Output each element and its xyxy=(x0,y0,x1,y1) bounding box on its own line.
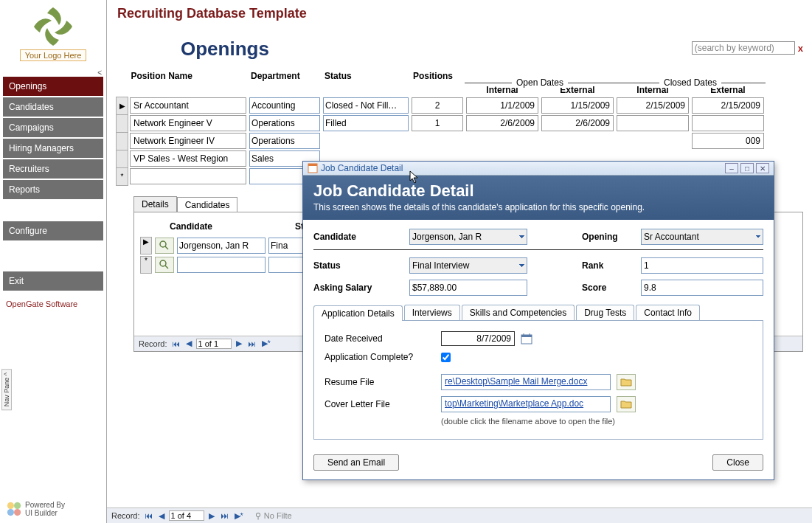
resume-file-link[interactable]: re\Desktop\Sample Mail Merge.docx xyxy=(441,374,611,390)
grid-row[interactable]: Operations Filled xyxy=(117,114,766,132)
nav-openings[interactable]: Openings xyxy=(3,77,103,96)
nav-prev-icon[interactable]: ◀ xyxy=(184,339,193,348)
candidate-status-select[interactable] xyxy=(268,257,305,273)
candidate-select[interactable]: Jorgenson, Jan R xyxy=(177,238,266,254)
opening-select[interactable]: Sr Accountant xyxy=(641,229,763,245)
nav-last-icon[interactable]: ⏭ xyxy=(219,511,230,520)
nav-next-icon[interactable]: ▶ xyxy=(235,339,243,348)
tab-skills[interactable]: Skills and Competencies xyxy=(462,305,575,320)
rank-input[interactable] xyxy=(641,257,763,274)
asking-salary-input[interactable] xyxy=(409,280,527,296)
nav-first-icon[interactable]: ⏮ xyxy=(170,339,181,348)
new-row-icon[interactable]: * xyxy=(140,256,152,274)
nav-recruiters[interactable]: Recruiters xyxy=(3,159,103,179)
opengate-link[interactable]: OpenGate Software xyxy=(0,291,106,317)
svg-line-7 xyxy=(165,266,168,269)
nav-campaigns[interactable]: Campaigns xyxy=(3,118,103,137)
closed-external-input[interactable] xyxy=(692,97,764,114)
nav-pane-toggle[interactable]: Nav Pane ^ xyxy=(1,369,12,410)
new-row-icon[interactable]: * xyxy=(117,167,128,185)
position-input[interactable] xyxy=(130,97,246,114)
nav-new-icon[interactable]: ▶* xyxy=(233,511,245,521)
score-input[interactable] xyxy=(641,280,763,296)
row-selector-icon[interactable] xyxy=(117,150,128,167)
tab-application-details[interactable]: Application Details xyxy=(313,305,403,321)
positions-input[interactable] xyxy=(412,97,463,114)
lbl-status: Status xyxy=(313,260,395,271)
maximize-icon[interactable]: □ xyxy=(740,163,754,173)
subtab-details[interactable]: Details xyxy=(133,196,177,212)
nav-new-icon[interactable]: ▶* xyxy=(260,339,272,348)
status-select[interactable]: Filled xyxy=(323,115,409,131)
nav-configure[interactable]: Configure xyxy=(3,221,103,240)
search-input[interactable] xyxy=(692,41,795,55)
lbl-candidate: Candidate xyxy=(313,232,395,242)
send-email-button[interactable]: Send an Email xyxy=(313,454,399,471)
status-select[interactable]: Closed - Not Fill… xyxy=(323,97,409,114)
nav-exit[interactable]: Exit xyxy=(3,271,103,291)
row-selector-icon[interactable] xyxy=(117,132,128,150)
col-positions: Positions xyxy=(410,69,465,83)
nav-candidates[interactable]: Candidates xyxy=(3,97,103,117)
calendar-icon[interactable] xyxy=(521,333,532,344)
view-detail-button[interactable] xyxy=(155,257,174,273)
cover-file-link[interactable]: top\Marketing\Marketplace App.doc xyxy=(441,396,611,412)
group-closed-dates: Closed Dates xyxy=(659,77,721,88)
filter-icon[interactable]: ⚲ xyxy=(255,511,261,521)
subcol-candidate: Candidate xyxy=(170,221,295,232)
candidate-select[interactable]: Jorgenson, Jan R xyxy=(409,229,527,245)
nav-prev-icon[interactable]: ◀ xyxy=(157,511,166,521)
row-selector-icon[interactable]: ▶ xyxy=(117,97,128,114)
nav-last-icon[interactable]: ⏭ xyxy=(246,339,257,348)
record-position[interactable] xyxy=(196,339,232,349)
nav-next-icon[interactable]: ▶ xyxy=(207,511,216,521)
closed-external-input[interactable] xyxy=(692,133,764,149)
position-input[interactable] xyxy=(130,168,246,184)
tab-contact-info[interactable]: Contact Info xyxy=(636,305,700,320)
date-received-input[interactable] xyxy=(441,331,515,346)
subtab-candidates[interactable]: Candidates xyxy=(177,197,238,212)
search-clear-icon[interactable]: x xyxy=(798,43,803,54)
app-complete-checkbox[interactable] xyxy=(441,353,451,362)
open-internal-input[interactable] xyxy=(466,97,538,114)
position-input[interactable] xyxy=(130,150,246,167)
position-input[interactable] xyxy=(130,115,246,131)
closed-internal-input[interactable] xyxy=(617,115,689,131)
grid-row[interactable]: ▶ Accounting Closed - Not Fill… xyxy=(117,97,766,114)
browse-cover-button[interactable] xyxy=(617,396,636,412)
open-external-input[interactable] xyxy=(541,97,614,114)
dialog-titlebar[interactable]: Job Candidate Detail – □ ✕ xyxy=(303,162,774,176)
row-selector-icon[interactable] xyxy=(117,114,128,132)
status-select[interactable]: Final Interview xyxy=(409,257,527,274)
candidate-select[interactable] xyxy=(177,257,266,273)
minimize-icon[interactable]: – xyxy=(725,163,738,173)
browse-resume-button[interactable] xyxy=(617,374,636,390)
tab-drug-tests[interactable]: Drug Tests xyxy=(576,305,634,320)
dept-select[interactable]: Accounting xyxy=(249,97,320,114)
row-selector-icon[interactable]: ▶ xyxy=(140,237,152,254)
collapse-sidebar-icon[interactable]: < xyxy=(0,69,106,77)
candidate-status-select[interactable]: Fina xyxy=(268,238,305,254)
positions-input[interactable] xyxy=(412,115,463,131)
closed-external-input[interactable] xyxy=(692,115,764,131)
dept-select[interactable]: Operations xyxy=(249,115,320,131)
record-label: Record: xyxy=(139,339,167,348)
open-external-input[interactable] xyxy=(541,115,614,131)
dialog-header: Job Candidate Detail This screen shows t… xyxy=(303,176,774,220)
dept-select[interactable]: Operations xyxy=(249,133,320,149)
close-button[interactable]: Close xyxy=(712,454,763,471)
record-position[interactable] xyxy=(169,510,204,521)
close-icon[interactable]: ✕ xyxy=(756,163,769,173)
open-internal-input[interactable] xyxy=(466,115,538,131)
lbl-score: Score xyxy=(582,283,626,293)
closed-internal-input[interactable] xyxy=(617,97,689,114)
tab-interviews[interactable]: Interviews xyxy=(404,305,460,320)
nav-hiring-managers[interactable]: Hiring Managers xyxy=(3,139,103,158)
nav-first-icon[interactable]: ⏮ xyxy=(143,511,154,520)
nav-reports[interactable]: Reports xyxy=(3,180,103,199)
dialog-title: Job Candidate Detail xyxy=(321,163,723,173)
col-dept: Department xyxy=(248,69,322,83)
view-detail-button[interactable] xyxy=(155,238,174,254)
grid-row[interactable]: Operations xyxy=(117,132,766,150)
position-input[interactable] xyxy=(130,133,246,149)
